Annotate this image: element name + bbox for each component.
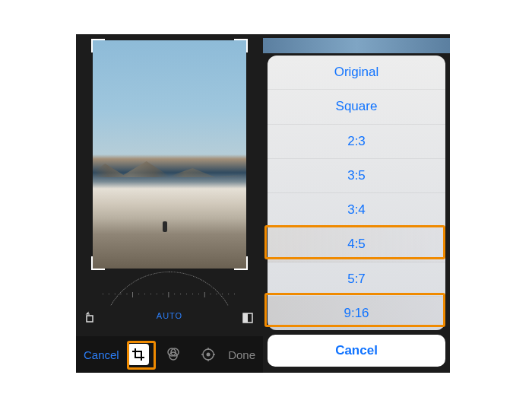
aspect-option-9-16[interactable]: 9:16 (268, 297, 445, 330)
blurred-photo-strip (263, 38, 450, 53)
aspect-option-2-3[interactable]: 2:3 (268, 125, 445, 159)
svg-point-6 (207, 353, 211, 357)
crop-handle-tl[interactable] (91, 39, 105, 52)
aspect-icon[interactable] (240, 310, 255, 326)
photo-crop-editor: · · · · · | · · · · · | · · · · · | · · … (76, 34, 263, 373)
crop-handle-bl[interactable] (91, 256, 105, 270)
crop-handle-br[interactable] (234, 256, 248, 270)
done-button[interactable]: Done (228, 348, 255, 361)
crop-control-row (76, 307, 263, 329)
aspect-option-4-5[interactable]: 4:5 (268, 227, 445, 262)
aspect-option-3-5[interactable]: 3:5 (268, 159, 445, 193)
tool-icons (128, 344, 219, 365)
screenshot-pair: · · · · · | · · · · · | · · · · · | · · … (76, 34, 450, 373)
rotation-dial[interactable]: · · · · · | · · · · · | · · · · · | · · … (76, 272, 263, 310)
dial-ticks: · · · · · | · · · · · | · · · · · | · · … (99, 291, 240, 297)
sheet-cancel-button[interactable]: Cancel (268, 335, 445, 367)
aspect-ratio-sheet: Original Square 2:3 3:5 3:4 4:5 5:7 9:16 (268, 56, 445, 330)
adjust-tool-button[interactable] (198, 344, 219, 365)
rotate-icon[interactable] (84, 310, 99, 326)
aspect-option-3-4[interactable]: 3:4 (268, 193, 445, 227)
crop-tool-button[interactable] (128, 344, 149, 365)
photo-canvas[interactable] (93, 40, 246, 269)
editor-bottom-bar: Cancel Done (76, 336, 263, 373)
aspect-option-square[interactable]: Square (268, 90, 445, 124)
svg-rect-1 (243, 313, 248, 323)
cancel-button[interactable]: Cancel (84, 348, 119, 361)
crop-handle-tr[interactable] (234, 39, 248, 52)
aspect-ratio-sheet-pane: Original Square 2:3 3:5 3:4 4:5 5:7 9:16… (263, 34, 450, 373)
filters-tool-button[interactable] (163, 344, 184, 365)
aspect-option-original[interactable]: Original (268, 56, 445, 90)
aspect-option-5-7[interactable]: 5:7 (268, 262, 445, 297)
